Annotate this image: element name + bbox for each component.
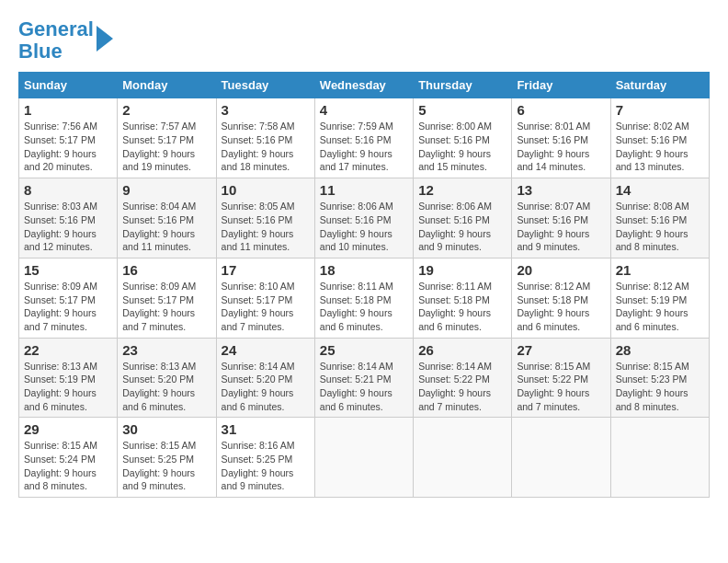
sunset-label: Sunset: 5:18 PM (320, 294, 392, 305)
day-number: 31 (222, 421, 310, 437)
calendar-week-row: 8 Sunrise: 8:03 AM Sunset: 5:16 PM Dayli… (19, 178, 710, 259)
calendar-cell: 6 Sunrise: 8:01 AM Sunset: 5:16 PM Dayli… (512, 98, 610, 178)
sunrise-label: Sunrise: 8:10 AM (222, 281, 295, 292)
daylight-label: Daylight: 9 hours and 9 minutes. (418, 228, 491, 253)
day-number: 15 (24, 262, 112, 278)
daylight-label: Daylight: 9 hours and 11 minutes. (222, 228, 294, 253)
day-number: 10 (222, 182, 310, 198)
daylight-label: Daylight: 9 hours and 9 minutes. (222, 467, 294, 492)
calendar-cell: 2 Sunrise: 7:57 AM Sunset: 5:17 PM Dayli… (118, 98, 216, 178)
sunrise-label: Sunrise: 7:59 AM (320, 121, 393, 132)
day-info: Sunrise: 8:00 AM Sunset: 5:16 PM Dayligh… (418, 120, 506, 174)
calendar-cell: 31 Sunrise: 8:16 AM Sunset: 5:25 PM Dayl… (216, 418, 314, 498)
day-number: 4 (320, 102, 408, 118)
sunset-label: Sunset: 5:16 PM (222, 214, 293, 225)
logo: General Blue (18, 18, 113, 63)
daylight-label: Daylight: 9 hours and 19 minutes. (122, 148, 195, 173)
day-info: Sunrise: 8:03 AM Sunset: 5:16 PM Dayligh… (24, 200, 112, 254)
sunset-label: Sunset: 5:17 PM (24, 134, 96, 145)
day-info: Sunrise: 8:08 AM Sunset: 5:16 PM Dayligh… (616, 200, 704, 254)
sunrise-label: Sunrise: 8:14 AM (320, 361, 393, 372)
daylight-label: Daylight: 9 hours and 8 minutes. (616, 387, 688, 412)
daylight-label: Daylight: 9 hours and 6 minutes. (320, 307, 392, 332)
sunrise-label: Sunrise: 8:11 AM (320, 281, 393, 292)
sunrise-label: Sunrise: 7:58 AM (222, 121, 295, 132)
sunset-label: Sunset: 5:18 PM (418, 294, 490, 305)
sunset-label: Sunset: 5:19 PM (24, 373, 96, 385)
calendar-week-row: 1 Sunrise: 7:56 AM Sunset: 5:17 PM Dayli… (19, 98, 710, 178)
sunrise-label: Sunrise: 7:56 AM (24, 121, 97, 132)
sunrise-label: Sunrise: 8:12 AM (517, 281, 590, 292)
day-info: Sunrise: 8:06 AM Sunset: 5:16 PM Dayligh… (320, 200, 408, 254)
calendar-cell: 29 Sunrise: 8:15 AM Sunset: 5:24 PM Dayl… (19, 418, 118, 498)
day-number: 23 (122, 342, 210, 358)
sunrise-label: Sunrise: 8:06 AM (320, 201, 393, 212)
daylight-label: Daylight: 9 hours and 17 minutes. (320, 148, 392, 173)
daylight-label: Daylight: 9 hours and 18 minutes. (222, 148, 294, 173)
daylight-label: Daylight: 9 hours and 14 minutes. (517, 148, 589, 173)
sunrise-label: Sunrise: 8:09 AM (122, 281, 196, 292)
day-info: Sunrise: 8:15 AM Sunset: 5:22 PM Dayligh… (517, 360, 605, 414)
day-number: 2 (122, 102, 210, 118)
calendar-cell: 20 Sunrise: 8:12 AM Sunset: 5:18 PM Dayl… (512, 258, 610, 338)
sunset-label: Sunset: 5:16 PM (616, 134, 688, 145)
sunset-label: Sunset: 5:25 PM (122, 454, 194, 465)
day-number: 9 (122, 182, 210, 198)
calendar-cell: 12 Sunrise: 8:06 AM Sunset: 5:16 PM Dayl… (414, 178, 512, 259)
sunrise-label: Sunrise: 8:06 AM (418, 201, 492, 212)
sunrise-label: Sunrise: 8:15 AM (517, 361, 590, 372)
sunset-label: Sunset: 5:16 PM (517, 134, 588, 145)
sunset-label: Sunset: 5:16 PM (418, 214, 490, 225)
col-saturday: Saturday (610, 73, 709, 98)
calendar-cell: 16 Sunrise: 8:09 AM Sunset: 5:17 PM Dayl… (118, 258, 216, 338)
sunset-label: Sunset: 5:17 PM (122, 294, 194, 305)
sunset-label: Sunset: 5:16 PM (222, 134, 293, 145)
day-number: 7 (616, 102, 704, 118)
calendar-cell: 18 Sunrise: 8:11 AM Sunset: 5:18 PM Dayl… (314, 258, 413, 338)
col-tuesday: Tuesday (216, 73, 314, 98)
sunset-label: Sunset: 5:16 PM (418, 134, 490, 145)
logo-general: General (18, 17, 94, 40)
daylight-label: Daylight: 9 hours and 7 minutes. (122, 307, 195, 332)
sunset-label: Sunset: 5:25 PM (222, 454, 293, 465)
sunrise-label: Sunrise: 8:13 AM (24, 361, 97, 372)
day-number: 6 (517, 102, 605, 118)
calendar-cell: 15 Sunrise: 8:09 AM Sunset: 5:17 PM Dayl… (19, 258, 118, 338)
calendar-cell: 17 Sunrise: 8:10 AM Sunset: 5:17 PM Dayl… (216, 258, 314, 338)
calendar-cell: 9 Sunrise: 8:04 AM Sunset: 5:16 PM Dayli… (118, 178, 216, 259)
day-number: 22 (24, 342, 112, 358)
daylight-label: Daylight: 9 hours and 8 minutes. (24, 467, 97, 492)
sunrise-label: Sunrise: 8:05 AM (222, 201, 295, 212)
calendar-cell: 23 Sunrise: 8:13 AM Sunset: 5:20 PM Dayl… (118, 338, 216, 418)
daylight-label: Daylight: 9 hours and 6 minutes. (616, 307, 688, 332)
sunrise-label: Sunrise: 8:15 AM (24, 440, 97, 451)
day-info: Sunrise: 8:15 AM Sunset: 5:23 PM Dayligh… (616, 360, 704, 414)
day-number: 25 (320, 342, 408, 358)
sunset-label: Sunset: 5:21 PM (320, 373, 392, 385)
daylight-label: Daylight: 9 hours and 7 minutes. (222, 307, 294, 332)
daylight-label: Daylight: 9 hours and 11 minutes. (122, 228, 195, 253)
sunrise-label: Sunrise: 8:09 AM (24, 281, 97, 292)
day-number: 13 (517, 182, 605, 198)
sunrise-label: Sunrise: 8:07 AM (517, 201, 590, 212)
sunset-label: Sunset: 5:17 PM (24, 294, 96, 305)
calendar-header-row: Sunday Monday Tuesday Wednesday Thursday… (19, 73, 710, 98)
daylight-label: Daylight: 9 hours and 13 minutes. (616, 148, 688, 173)
sunrise-label: Sunrise: 8:13 AM (122, 361, 196, 372)
sunset-label: Sunset: 5:20 PM (122, 373, 194, 385)
day-info: Sunrise: 8:13 AM Sunset: 5:20 PM Dayligh… (122, 360, 210, 414)
sunrise-label: Sunrise: 8:08 AM (616, 201, 689, 212)
calendar-cell: 8 Sunrise: 8:03 AM Sunset: 5:16 PM Dayli… (19, 178, 118, 259)
sunset-label: Sunset: 5:16 PM (24, 214, 96, 225)
sunset-label: Sunset: 5:18 PM (517, 294, 588, 305)
sunset-label: Sunset: 5:17 PM (122, 134, 194, 145)
day-info: Sunrise: 8:05 AM Sunset: 5:16 PM Dayligh… (222, 200, 310, 254)
day-info: Sunrise: 8:06 AM Sunset: 5:16 PM Dayligh… (418, 200, 506, 254)
daylight-label: Daylight: 9 hours and 7 minutes. (517, 387, 589, 412)
day-info: Sunrise: 8:14 AM Sunset: 5:21 PM Dayligh… (320, 360, 408, 414)
daylight-label: Daylight: 9 hours and 7 minutes. (418, 387, 491, 412)
day-number: 28 (616, 342, 704, 358)
col-sunday: Sunday (19, 73, 118, 98)
day-number: 1 (24, 102, 112, 118)
sunset-label: Sunset: 5:16 PM (320, 214, 392, 225)
